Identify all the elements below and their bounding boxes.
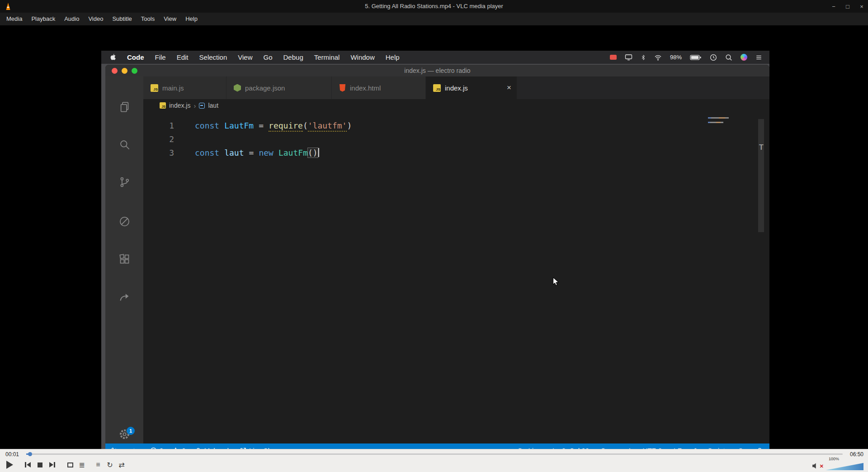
minimap[interactable] [708, 117, 729, 126]
token-keyword: const [195, 121, 219, 130]
extensions-icon[interactable] [105, 247, 143, 271]
mac-menu-go[interactable]: Go [264, 53, 273, 61]
token-string: 'lautfm' [308, 121, 347, 132]
breadcrumb-file[interactable]: index.js [169, 102, 190, 109]
line-number: 3 [143, 147, 174, 159]
background-artifact-text: T [759, 143, 764, 152]
settings-gear-icon[interactable] [105, 422, 143, 446]
random-button[interactable]: ⇄ [118, 458, 126, 471]
video-display-area[interactable]: Code File Edit Selection View Go Debug T… [0, 25, 868, 449]
spotlight-search-icon[interactable] [725, 54, 732, 61]
tab-label: package.json [245, 84, 285, 92]
mac-menu-selection[interactable]: Selection [199, 53, 227, 61]
menu-view[interactable]: View [159, 13, 181, 25]
symbol-icon [199, 103, 205, 109]
vlc-control-panel: 00:01 06:50 ≣ ≡ ↻ ⇄ ✕ 100% [0, 449, 868, 472]
menu-audio[interactable]: Audio [60, 13, 84, 25]
vlc-titlebar: 5. Getting All Radio Stations.mp4 - VLC … [0, 0, 868, 13]
token-variable: laut [224, 148, 244, 157]
loop-button[interactable]: ↻ [106, 458, 114, 471]
mouse-cursor [552, 277, 559, 288]
breadcrumb-symbol[interactable]: laut [208, 102, 218, 109]
editor-scrollbar[interactable] [758, 119, 764, 232]
previous-button[interactable] [24, 458, 32, 471]
stop-button[interactable] [36, 458, 43, 471]
menu-playback[interactable]: Playback [27, 13, 60, 25]
next-button[interactable] [48, 458, 56, 471]
tab-main-js[interactable]: JS main.js [143, 76, 226, 99]
token-paren: ) [347, 121, 352, 130]
token-keyword: new [259, 148, 274, 157]
menu-video[interactable]: Video [84, 13, 108, 25]
close-tab-icon[interactable]: × [507, 83, 511, 92]
source-control-icon[interactable] [105, 170, 143, 194]
editor-tab-bar: JS main.js package.json index.html JS in… [143, 76, 769, 99]
tab-package-json[interactable]: package.json [226, 76, 332, 99]
vscode-window-title: index.js — electro radio [105, 65, 769, 76]
display-icon[interactable] [625, 54, 632, 61]
js-file-icon: JS [433, 84, 441, 92]
battery-icon[interactable] [690, 54, 702, 61]
menu-tools[interactable]: Tools [137, 13, 159, 25]
live-share-icon[interactable] [105, 285, 143, 309]
tab-index-js[interactable]: JS index.js × [426, 76, 517, 99]
menu-help[interactable]: Help [181, 13, 202, 25]
wifi-icon[interactable] [654, 54, 662, 61]
time-elapsed: 00:01 [5, 451, 19, 458]
editor-surface[interactable]: JS index.js › laut 1 2 3 constLautFm=req… [143, 99, 769, 443]
maximize-button[interactable]: □ [844, 3, 851, 10]
tab-label: main.js [162, 84, 184, 92]
mac-menu-window[interactable]: Window [350, 53, 374, 61]
mac-menu-view[interactable]: View [238, 53, 252, 61]
play-button[interactable] [5, 458, 14, 471]
seek-knob[interactable] [28, 452, 32, 456]
minimize-button[interactable]: − [830, 3, 837, 10]
line-number: 2 [143, 133, 174, 145]
extended-settings-button[interactable]: ≣ [78, 458, 86, 471]
bluetooth-icon[interactable] [641, 54, 646, 61]
recording-indicator-icon[interactable] [610, 55, 617, 60]
token-function: require [269, 121, 303, 132]
macos-menubar: Code File Edit Selection View Go Debug T… [101, 51, 769, 64]
tab-label: index.js [445, 84, 468, 92]
menu-subtitle[interactable]: Subtitle [108, 13, 136, 25]
menu-list-icon[interactable] [755, 54, 762, 61]
volume-slider[interactable] [826, 463, 863, 470]
time-total: 06:50 [850, 451, 863, 458]
mac-menu-file[interactable]: File [155, 53, 166, 61]
playlist-button[interactable]: ≡ [94, 458, 102, 471]
vlc-menubar: Media Playback Audio Video Subtitle Tool… [0, 13, 868, 25]
clock-icon[interactable] [710, 54, 717, 61]
token-paren: ( [303, 121, 308, 130]
macos-app-name[interactable]: Code [127, 53, 144, 61]
tab-index-html[interactable]: index.html [332, 76, 426, 99]
seek-slider[interactable] [26, 453, 843, 455]
code-line-3: constlaut=newLautFm() [195, 147, 319, 159]
explorer-icon[interactable] [105, 95, 143, 119]
close-button[interactable]: × [858, 3, 865, 10]
token-class: LautFm [278, 148, 308, 157]
vscode-titlebar[interactable]: index.js — electro radio [105, 65, 769, 76]
mac-menu-edit[interactable]: Edit [177, 53, 189, 61]
menu-media[interactable]: Media [2, 13, 27, 25]
mac-menu-debug[interactable]: Debug [283, 53, 303, 61]
activity-bar: 1 [105, 76, 143, 443]
apple-icon [109, 53, 116, 61]
token-paren: ( [308, 148, 313, 157]
token-operator: = [259, 121, 264, 130]
search-icon[interactable] [105, 133, 143, 156]
settings-badge: 1 [127, 427, 135, 435]
token-paren: ) [313, 148, 318, 157]
tab-label: index.html [350, 84, 381, 92]
vlc-window-title: 5. Getting All Radio Stations.mp4 - VLC … [0, 0, 868, 13]
speaker-icon[interactable] [812, 463, 817, 469]
fullscreen-button[interactable] [66, 458, 74, 471]
mute-x-icon: ✕ [820, 463, 824, 469]
mac-menu-terminal[interactable]: Terminal [314, 53, 340, 61]
text-cursor [318, 148, 319, 157]
siri-icon[interactable] [741, 54, 747, 61]
debug-disabled-icon[interactable] [105, 210, 143, 233]
mac-menu-help[interactable]: Help [386, 53, 400, 61]
breadcrumb: JS index.js › laut [160, 99, 218, 112]
chevron-right-icon: › [193, 102, 196, 110]
